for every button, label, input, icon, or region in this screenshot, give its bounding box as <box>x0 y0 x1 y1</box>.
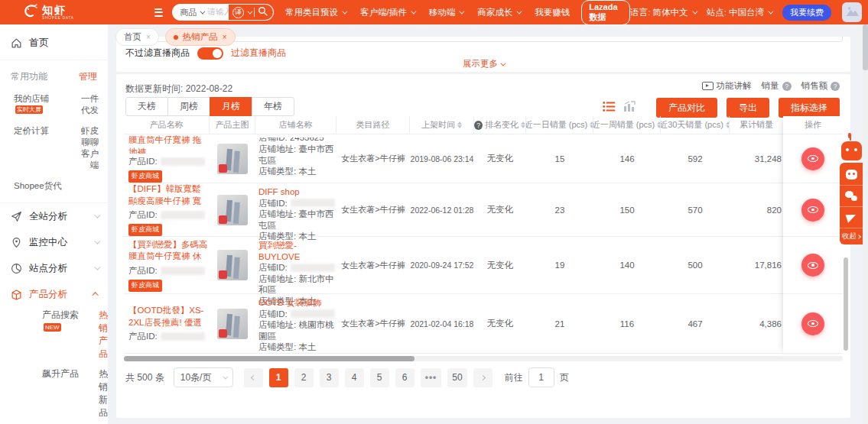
sort-icon[interactable] <box>457 121 462 128</box>
metric-amount-toggle[interactable]: 销售额? <box>801 80 840 92</box>
page-button-2[interactable]: 2 <box>294 368 314 387</box>
tab-week-rank[interactable]: 周榜 <box>167 97 210 116</box>
customer-service-icon[interactable] <box>840 164 863 186</box>
page-scrollbar[interactable] <box>863 24 868 424</box>
col-listed-time[interactable]: 上架时间 <box>410 116 474 134</box>
col-week1-sales[interactable]: 近一周销量 (pcs) <box>593 116 661 134</box>
page-button-50[interactable]: 50 <box>447 368 467 387</box>
nav-item-earn-money[interactable]: 我要赚钱 <box>535 7 570 18</box>
goto-page-input[interactable] <box>528 367 554 387</box>
top-navbar: 知虾 SHOPEE DATA 商品 请输入商品ID或者商品链接 译 常用类目预设… <box>0 0 868 24</box>
question-icon[interactable]: ? <box>782 82 792 91</box>
sidebar-item-site-wide-analysis[interactable]: 全站分析 <box>0 203 108 229</box>
tab-day-rank[interactable]: 天榜 <box>125 97 168 116</box>
link-chat-client[interactable]: 虾皮聊聊客户端 <box>75 125 99 171</box>
sidebar-item-product-analysis[interactable]: 产品分析 <box>0 281 108 307</box>
sub-item-hot-new-products[interactable]: 热销新品 <box>99 367 108 419</box>
search-icon[interactable] <box>258 6 268 18</box>
sidebar-item-home[interactable]: 首页 <box>0 24 108 60</box>
translate-icon[interactable]: 译 <box>232 7 244 18</box>
store-link[interactable]: 買到戀愛-BUYLOVE <box>258 240 335 262</box>
robot-mascot-icon[interactable] <box>841 141 862 160</box>
page-button-4[interactable]: 4 <box>345 368 364 387</box>
metric-select-button[interactable]: 指标选择 <box>779 98 840 118</box>
nav-item-client-plugin[interactable]: 客户端/插件 <box>360 7 414 18</box>
col-day1-sales[interactable]: 近一日销量 (pcs) <box>526 116 593 134</box>
sub-item-rising-products[interactable]: 飙升产品 <box>42 367 93 419</box>
collapse-widget-button[interactable]: 收起 <box>842 228 860 241</box>
page-button-6[interactable]: 6 <box>395 368 414 387</box>
compare-button[interactable]: 产品对比 <box>656 98 717 118</box>
chevron-down-icon[interactable] <box>247 8 252 14</box>
search-input[interactable]: 请输入商品ID或者商品链接 <box>207 7 229 18</box>
page-button-1[interactable]: 1 <box>269 368 288 387</box>
view-detail-button[interactable] <box>801 312 824 335</box>
sub-item-hot-products[interactable]: 热销产品 <box>99 309 108 361</box>
tab-hot-products[interactable]: 热销产品× <box>165 28 236 46</box>
eye-icon <box>808 262 818 269</box>
next-page-button[interactable] <box>473 368 493 387</box>
product-link[interactable]: 【OOTD批發】XS-2XL店長推薦! 優選高腰闊腿... <box>128 305 210 329</box>
page-scrollbar-thumb[interactable] <box>863 24 868 70</box>
product-image[interactable] <box>217 309 248 339</box>
lazada-data-pill[interactable]: Lazada数据 <box>581 0 630 25</box>
sidebar-item-monitor-center[interactable]: 监控中心 <box>0 229 108 255</box>
list-view-icon[interactable] <box>603 101 616 115</box>
search-category-select[interactable]: 商品 <box>173 7 207 18</box>
language-select[interactable]: 语言: 简体中文 <box>630 7 695 18</box>
product-link[interactable]: 腰直筒牛仔寬褲 拖地褲... <box>128 134 210 154</box>
nav-item-mobile[interactable]: 移动端 <box>429 7 463 18</box>
page-size-select[interactable]: 10条/页 <box>174 367 233 387</box>
sort-icon[interactable] <box>521 121 525 128</box>
prev-page-button[interactable] <box>244 368 263 387</box>
sidebar-item-site-analysis[interactable]: 站点分析 <box>0 255 108 281</box>
product-search-bar[interactable]: 商品 请输入商品ID或者商品链接 译 <box>172 4 274 21</box>
col-day30-sales[interactable]: 近30天销量 (pcs) <box>661 116 730 134</box>
nav-item-merchant-growth[interactable]: 商家成长 <box>477 7 520 18</box>
show-more-link[interactable]: 展示更多 <box>116 58 850 70</box>
question-icon[interactable]: ? <box>474 121 483 130</box>
link-my-store[interactable]: 我的店铺实时大屏 <box>14 93 69 116</box>
close-icon[interactable]: × <box>146 33 151 41</box>
export-button[interactable]: 导出 <box>727 98 769 118</box>
product-link[interactable]: 【DIFF】韓版寬鬆顯瘦高腰牛仔褲 寬褲 褲子 長... <box>128 183 210 207</box>
view-detail-button[interactable] <box>801 254 824 277</box>
brand-logo[interactable]: 知虾 SHOPEE DATA <box>23 4 80 21</box>
question-icon[interactable]: ? <box>831 82 840 91</box>
page-button-3[interactable]: 3 <box>320 368 339 387</box>
link-shopee-freight[interactable]: Shopee货代 <box>14 180 69 192</box>
metric-qty-toggle[interactable]: 销量? <box>762 80 792 92</box>
wechat-icon[interactable] <box>840 186 863 207</box>
view-detail-button[interactable] <box>801 147 824 170</box>
vertical-scrollbar-thumb[interactable] <box>844 257 848 351</box>
more-pages-ellipsis[interactable]: ••• <box>421 368 442 387</box>
manage-link[interactable]: 管理 <box>79 70 97 83</box>
feature-explain-link[interactable]: 功能讲解 <box>702 80 752 92</box>
store-link[interactable]: OOTD 女裝服飾 <box>258 297 321 309</box>
products-table: 产品名称 产品主图 店铺名称 类目路径 上架时间 ?排名变化 近一日销量 (pc… <box>124 116 843 354</box>
menu-burger-icon[interactable] <box>154 8 163 17</box>
horizontal-scrollbar[interactable] <box>124 356 843 361</box>
link-dropshipping[interactable]: 一件代发 <box>75 93 99 116</box>
view-detail-button[interactable] <box>801 199 824 222</box>
tab-year-rank[interactable]: 年榜 <box>252 97 294 116</box>
link-pricing-calc[interactable]: 定价计算 <box>14 125 69 171</box>
product-image[interactable] <box>217 195 248 225</box>
product-link[interactable]: 【買到戀愛】多碼高腰直筒牛仔寬褲 休閒褲 黑... <box>128 239 210 263</box>
tab-home[interactable]: 首页× <box>115 28 159 46</box>
horizontal-scrollbar-thumb[interactable] <box>124 356 414 361</box>
nav-item-category-preset[interactable]: 常用类目预设 <box>285 7 346 18</box>
tab-month-rank[interactable]: 月榜 <box>210 97 252 116</box>
site-select[interactable]: 站点: 中国台湾 <box>707 7 772 18</box>
product-image[interactable] <box>217 250 248 280</box>
col-rank-change[interactable]: ?排名变化 <box>474 116 526 134</box>
store-link[interactable]: DIFF shop <box>258 186 300 198</box>
page-button-5[interactable]: 5 <box>370 368 389 387</box>
close-icon[interactable]: × <box>223 33 227 41</box>
chart-view-icon[interactable] <box>623 101 636 115</box>
avatar[interactable] <box>842 2 862 22</box>
paper-plane-icon[interactable] <box>840 207 863 228</box>
product-image[interactable] <box>217 144 248 174</box>
sub-item-product-search[interactable]: 产品搜索NEW <box>42 309 93 361</box>
renew-button[interactable]: 我要续费 <box>782 5 831 21</box>
